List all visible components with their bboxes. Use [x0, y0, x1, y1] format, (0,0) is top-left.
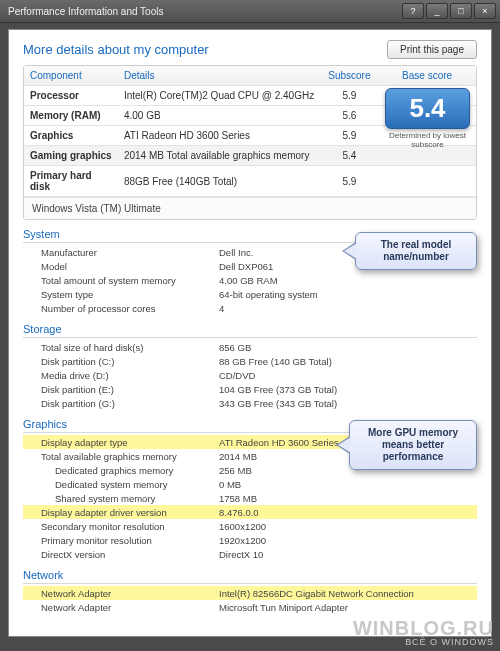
section-storage: Storage Total size of hard disk(s)856 GB… — [23, 323, 477, 410]
minimize-icon[interactable]: _ — [426, 3, 448, 19]
col-component: Component — [24, 66, 118, 85]
help-icon[interactable]: ? — [402, 3, 424, 19]
window-title: Performance Information and Tools — [4, 6, 402, 17]
callout-gpu: More GPU memory means better performance — [349, 420, 477, 470]
maximize-icon[interactable]: □ — [450, 3, 472, 19]
section-network: Network Network AdapterIntel(R) 82566DC … — [23, 569, 477, 614]
base-score-box: 5.4 Determined by lowest subscore — [385, 88, 470, 149]
os-line: Windows Vista (TM) Ultimate — [24, 197, 476, 219]
print-button[interactable]: Print this page — [387, 40, 477, 59]
page-title: More details about my computer — [23, 42, 209, 57]
col-basescore: Base score — [378, 66, 476, 85]
watermark: WINBLOG.RU ВСЁ О WINDOWS — [353, 617, 494, 647]
callout-model: The real model name/number — [355, 232, 477, 270]
base-score-value: 5.4 — [385, 88, 470, 129]
close-icon[interactable]: × — [474, 3, 496, 19]
content-window: More details about my computer Print thi… — [8, 29, 492, 637]
col-subscore: Subscore — [321, 66, 379, 85]
table-row: Primary hard disk88GB Free (140GB Total)… — [24, 166, 476, 197]
titlebar: Performance Information and Tools ? _ □ … — [0, 0, 500, 23]
window-controls: ? _ □ × — [402, 3, 496, 19]
base-score-caption: Determined by lowest subscore — [385, 131, 470, 149]
score-table: Component Details Subscore Base score Pr… — [23, 65, 477, 220]
table-row: Gaming graphics2014 MB Total available g… — [24, 146, 476, 166]
col-details: Details — [118, 66, 321, 85]
